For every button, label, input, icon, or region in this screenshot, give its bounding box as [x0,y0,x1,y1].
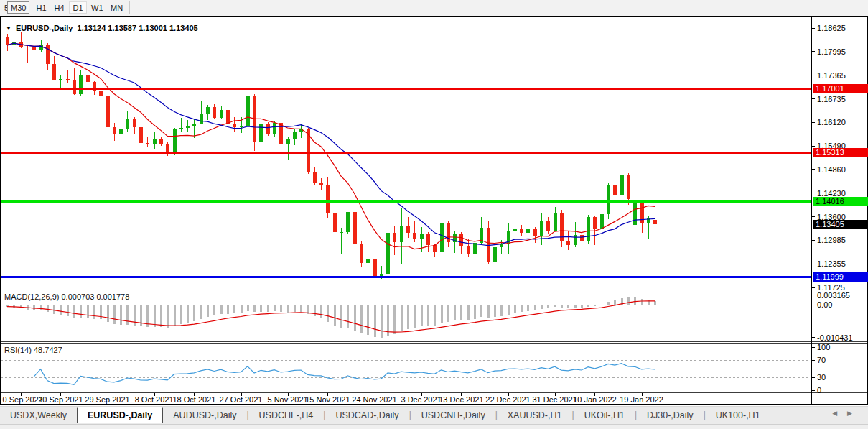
timeframe-button-h1[interactable]: H1 [32,1,50,14]
rsi-name: RSI(14) [4,346,32,354]
candle-body [546,221,550,231]
macd-histogram-bar [607,302,610,305]
macd-histogram-bar [567,305,569,308]
macd-histogram-bar [60,305,62,315]
macd-histogram-bar [340,305,342,328]
macd-histogram-bar [280,305,282,312]
macd-histogram-bar [160,305,162,327]
macd-histogram-bar [360,305,363,333]
candle-wick [515,223,515,239]
tab-eurusd-daily[interactable]: EURUSD-,Daily [77,407,163,423]
candle-body [640,201,644,223]
macd-histogram-bar [247,305,249,310]
candle-body [133,119,136,127]
tab-uk100-h1[interactable]: UK100-,H1 [706,408,770,423]
candle-body [173,129,177,153]
macd-histogram-bar [294,305,296,312]
tab-dj30-daily[interactable]: DJ30-,Daily [637,408,704,423]
macd-histogram-bar [120,305,122,325]
candle-body [420,234,424,239]
candle-wick [194,119,195,137]
macd-histogram-bar [167,305,169,327]
tab-ukoil-h1[interactable]: UKOil-,H1 [574,408,635,423]
macd-histogram-bar [320,305,322,318]
candle-body [413,233,416,239]
rsi-axis-label: 30 [817,373,826,382]
candle-body [66,79,70,80]
macd-histogram-bar [314,305,316,316]
tab-usdchf-h4[interactable]: USDCHF-,H4 [249,408,324,423]
price-badge-1.11999: 1.11999 [813,272,868,282]
candle-body [574,235,577,245]
price-axis-label: 1.12985 [817,236,846,244]
candle-body [459,234,463,246]
candle-body [119,129,123,134]
chart-dropdown-icon[interactable]: ▼ [6,25,11,32]
macd-histogram-bar [641,299,643,305]
candle-body [526,229,530,233]
macd-histogram-bar [227,305,229,313]
date-axis-label: 31 Dec 2021 [532,395,577,404]
date-axis-label: 29 Sep 2021 [85,395,129,404]
tab-scroll-right-icon[interactable]: ▶ [847,410,862,417]
timeframe-button-m30[interactable]: M30 [7,1,29,14]
macd-histogram-bar [401,305,403,331]
candle-body [607,185,610,213]
timeframe-button-h4[interactable]: H4 [50,1,68,14]
chart-canvas[interactable] [0,0,868,429]
tab-xauusd-h1[interactable]: XAUUSD-,H1 [498,408,572,423]
macd-histogram-bar [527,305,529,310]
macd-histogram-bar [414,305,416,328]
rsi-axis-label: 0 [817,386,821,395]
tab-usdcad-daily[interactable]: USDCAD-,Daily [325,408,409,423]
tab-usdcnh-daily[interactable]: USDCNH-,Daily [411,408,495,423]
price-badge-1.14016: 1.14016 [813,197,868,206]
tab-audusd-daily[interactable]: AUDUSD-,Daily [163,408,246,423]
candle-body [447,223,450,242]
chart-title: ▼EURUSD-,Daily 1.13124 1.13587 1.13001 1… [6,24,198,32]
price-axis-label: 1.17365 [817,71,846,80]
macd-histogram-bar [334,305,336,325]
macd-histogram-bar [180,305,182,324]
macd-histogram-bar [467,305,470,320]
candle-body [32,47,36,50]
candle-body [400,226,403,242]
macd-histogram-bar [460,305,462,320]
candle-body [52,64,56,79]
candle-body [426,234,430,245]
candle-body [99,91,103,96]
candle-body [587,217,590,241]
timeframe-button-w1[interactable]: W1 [88,1,107,14]
macd-histogram-bar [100,305,102,319]
macd-histogram-bar [53,305,55,313]
macd-histogram-bar [367,305,369,334]
candle-body [346,212,350,232]
tab-scroll-left-icon[interactable]: ◀ [832,410,847,417]
rsi-label: RSI(14) 48.7427 [4,346,62,354]
candle-body [653,220,657,224]
macd-histogram-bar [374,305,376,336]
tab-usdx-weekly[interactable]: USDX,Weekly [0,408,77,423]
macd-histogram-bar [393,305,396,333]
candle-body [440,223,444,252]
candle-body [580,235,584,241]
price-axis-label: 1.17995 [817,47,846,56]
date-axis-label: 5 Nov 2021 [267,395,307,404]
macd-histogram-bar [187,305,189,323]
date-axis-label: 18 Oct 2021 [172,395,215,404]
timeframe-button-mn[interactable]: MN [107,1,126,14]
candle-body [206,107,210,114]
macd-histogram-bar [220,305,223,314]
candle-body [373,259,377,277]
rsi-axis-label: 70 [817,356,826,364]
candle-wick [368,249,368,267]
macd-histogram-bar [33,305,35,310]
price-axis-label: 1.14860 [817,165,846,174]
macd-histogram-bar [381,305,383,338]
macd-axis-label: 0.003165 [817,291,850,300]
candle-body [266,124,270,134]
timeframe-button-d1[interactable]: D1 [69,1,87,14]
candle-body [493,247,497,262]
candle-body [79,75,83,94]
candle-body [333,213,337,232]
